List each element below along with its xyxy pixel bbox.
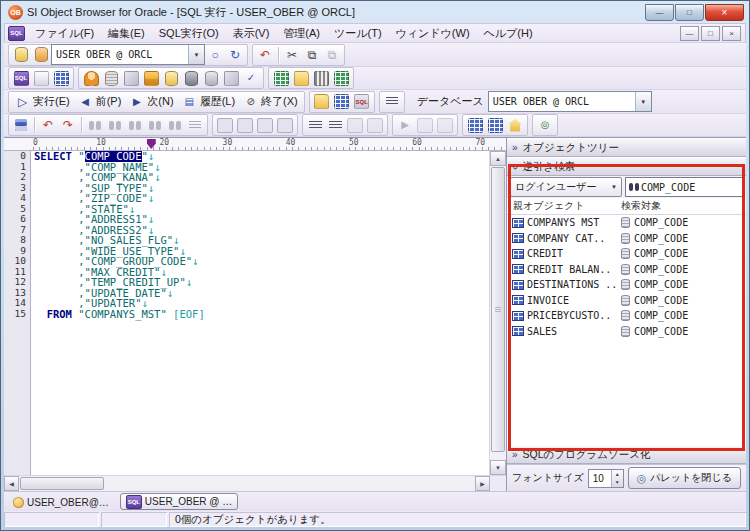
package-button[interactable] [221,69,241,87]
record-button[interactable]: ○ [205,46,225,64]
mdi-minimize-button[interactable]: — [680,26,699,41]
comment-button[interactable] [345,116,365,134]
mdi-restore-button[interactable]: □ [701,26,720,41]
result-row[interactable]: CREDIT COMP_CODE [507,246,746,262]
redo-edit-button[interactable]: ↷ [58,116,78,134]
export-button[interactable] [291,69,311,87]
jump-button[interactable] [185,116,205,134]
case-upper-button[interactable] [215,116,235,134]
minimize-button[interactable]: — [645,4,674,21]
session-monitor-button[interactable]: ✓ [241,69,261,87]
rollback-button[interactable] [181,69,201,87]
recycle-bin-button[interactable] [271,69,291,87]
menu-item-help[interactable]: ヘルプ(H) [477,25,540,42]
table-data-button[interactable] [51,69,71,87]
restore-button[interactable]: □ [675,4,704,21]
menu-item-file[interactable]: ファイル(F) [28,25,101,42]
vertical-scrollbar[interactable]: ▲ ▼ [489,151,506,475]
scroll-left-button[interactable]: ◀ [4,476,19,491]
editor-line[interactable]: 15 FROM "COMPANYS_MST" [EOF] [4,309,489,320]
refresh-button[interactable]: ↻ [225,46,245,64]
film-button[interactable] [311,69,331,87]
find-next-button[interactable] [105,116,125,134]
result-row[interactable]: COMPANY_CAT.. COMP_CODE [507,231,746,247]
copy-button[interactable]: ⧉ [302,46,322,64]
cut-button[interactable]: ✂ [282,46,302,64]
scroll-down-button[interactable]: ▼ [490,460,506,475]
mdi-close-button[interactable]: × [722,26,741,41]
menu-item-edit[interactable]: 編集(E) [101,25,152,42]
sql-code-area[interactable]: 0 SELECT "COMP_CODE"↓ 1 ,"COMP_NAME"↓ 2 … [4,151,489,475]
tab-sql-window[interactable]: SQL USER_OBER @ … [120,493,238,510]
ruler-marker[interactable] [147,139,156,149]
menu-item-manage[interactable]: 管理(A) [276,25,327,42]
hankaku-button[interactable] [275,116,295,134]
new-connection-button[interactable] [11,46,31,64]
close-connection-button[interactable] [31,46,51,64]
scroll-up-button[interactable]: ▲ [490,151,506,166]
tab-session-window[interactable]: USER_OBER@… [8,495,114,510]
grep-button[interactable] [165,116,185,134]
prev-button[interactable]: ◀ 前(P) [74,93,126,111]
menu-item-tools[interactable]: ツール(T) [327,25,389,42]
database-combobox[interactable]: USER_OBER @ ORCL ▼ [488,91,652,112]
result-row[interactable]: PRICEBYCUSTO.. COMP_CODE [507,308,746,324]
result-row[interactable]: INVOICE COMP_CODE [507,293,746,309]
find-prev-button[interactable] [125,116,145,134]
column-search-target[interactable]: 検索対象 [621,199,661,213]
datafile-button[interactable] [161,69,181,87]
close-button[interactable]: × [705,4,744,21]
case-lower-button[interactable] [235,116,255,134]
tablespace-button[interactable] [101,69,121,87]
indent-button[interactable] [305,116,325,134]
lock-button[interactable] [141,69,161,87]
search-input[interactable]: COMP_CODE [625,177,743,197]
horizontal-scrollbar-thumb[interactable] [20,477,104,490]
menu-item-view[interactable]: 表示(V) [226,25,277,42]
uncomment-button[interactable] [365,116,385,134]
bookmark-button[interactable]: ▶ [395,116,415,134]
script-button[interactable] [31,69,51,87]
paste-button[interactable]: ⧉ [322,46,342,64]
find-button[interactable] [85,116,105,134]
database-combobox-dropdown[interactable]: ▼ [635,92,651,111]
replace-button[interactable] [145,116,165,134]
spin-down-icon[interactable]: ▼ [612,478,623,487]
next-button[interactable]: ▶ 次(N) [125,93,177,111]
menu-item-sql-exec[interactable]: SQL実行(O) [152,25,226,42]
bookmark-next-button[interactable] [415,116,435,134]
server-button[interactable] [121,69,141,87]
session-combobox[interactable]: USER_OBER @ ORCL ▼ [51,44,205,65]
sql-to-source-header[interactable]: » SQLのプログラムソース化 [507,445,746,464]
redo-log-button[interactable] [201,69,221,87]
result-row[interactable]: DESTINATIONS_.. COMP_CODE [507,277,746,293]
object-tree-header[interactable]: » オブジェクトツリー [507,138,746,157]
scroll-right-button[interactable]: ▶ [475,476,490,491]
mdi-sql-icon[interactable]: SQL [8,26,25,41]
result-row[interactable]: CREDIT_BALAN.. COMP_CODE [507,262,746,278]
close-palette-button[interactable]: ◎ パレットを閉じる [628,467,741,489]
run-button[interactable]: ▷ 実行(E) [11,93,74,111]
result-row[interactable]: COMPANYS_MST COMP_CODE [507,215,746,231]
menu-item-window[interactable]: ウィンドウ(W) [389,25,477,42]
vertical-scrollbar-thumb[interactable] [491,167,505,452]
window-split-button[interactable] [465,116,485,134]
home-button[interactable] [505,116,525,134]
outdent-button[interactable] [325,116,345,134]
spin-up-icon[interactable]: ▲ [612,470,623,479]
undo-button[interactable]: ↶ [255,46,275,64]
column-parent-object[interactable]: 親オブジェクト [507,199,621,213]
er-diagram-button[interactable] [331,69,351,87]
settings-button[interactable]: ◎ [535,116,555,134]
save-button[interactable] [11,116,31,134]
session-combobox-dropdown[interactable]: ▼ [188,45,204,64]
sql-format-button[interactable]: SQL [352,93,372,111]
fetch-all-button[interactable] [382,93,402,111]
open-file-button[interactable] [312,93,332,111]
undo-edit-button[interactable]: ↶ [38,116,58,134]
result-grid-button[interactable] [332,93,352,111]
window-tile-button[interactable] [485,116,505,134]
sql-exec-button[interactable]: SQL [11,69,31,87]
user-objects-button[interactable] [81,69,101,87]
font-size-stepper[interactable]: 10 ▲ ▼ [588,469,624,488]
